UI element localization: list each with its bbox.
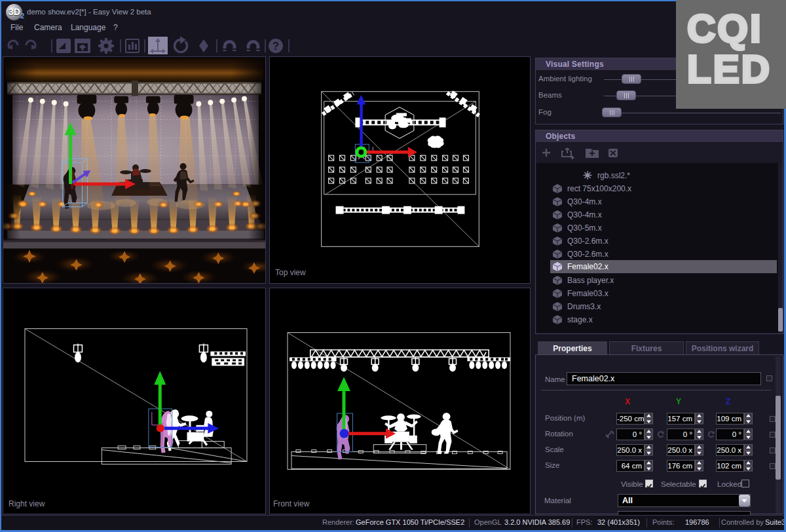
svg-text:?: ? bbox=[272, 40, 279, 52]
